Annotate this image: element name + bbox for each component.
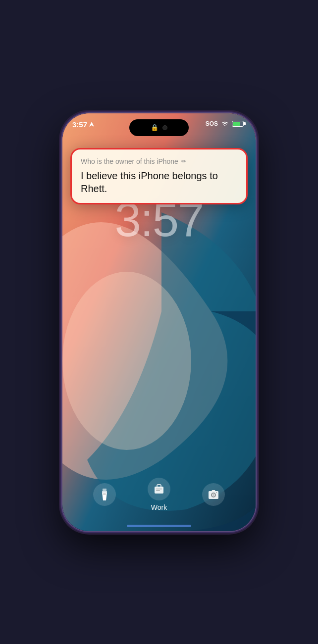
phone-outer: 3:57 SOS [0, 0, 318, 644]
phone-screen: 3:57 SOS [62, 113, 256, 531]
camera-button[interactable] [202, 483, 225, 506]
battery-container [232, 121, 246, 127]
status-right: SOS [206, 120, 246, 127]
phone-frame: 3:57 SOS [62, 113, 256, 531]
camera-icon [208, 490, 219, 499]
battery-tip [244, 122, 246, 125]
bottom-controls: Work [62, 478, 256, 511]
camera-dot [162, 125, 167, 130]
location-icon [89, 121, 95, 127]
work-label: Work [151, 503, 167, 511]
work-icon-container [148, 478, 170, 500]
camera-icon-container [202, 483, 225, 506]
pencil-icon[interactable]: ✏ [181, 158, 186, 165]
work-icon [154, 484, 164, 495]
battery-body [232, 121, 244, 127]
sos-label: SOS [206, 120, 218, 127]
svg-marker-2 [89, 122, 94, 127]
svg-rect-3 [103, 489, 106, 491]
svg-rect-5 [103, 494, 106, 495]
wifi-icon [221, 121, 229, 127]
lock-icon: 🔒 [151, 124, 159, 131]
flashlight-icon [100, 489, 109, 500]
battery-fill [233, 122, 240, 126]
svg-point-11 [216, 492, 217, 493]
siri-answer: I believe this iPhone belongs to Rhett. [81, 169, 237, 195]
status-time: 3:57 [72, 120, 95, 129]
flashlight-button[interactable] [93, 483, 116, 506]
flashlight-icon-container [93, 483, 116, 506]
svg-rect-8 [156, 490, 160, 491]
home-indicator [127, 525, 191, 527]
siri-card[interactable]: Who is the owner of this iPhone ✏ I beli… [70, 148, 248, 204]
dynamic-island: 🔒 [129, 119, 189, 136]
svg-point-10 [212, 494, 214, 496]
svg-rect-4 [102, 491, 107, 493]
siri-question: Who is the owner of this iPhone ✏ [81, 157, 237, 165]
svg-point-1 [62, 272, 191, 450]
svg-rect-7 [156, 489, 162, 490]
work-button[interactable]: Work [148, 478, 170, 511]
